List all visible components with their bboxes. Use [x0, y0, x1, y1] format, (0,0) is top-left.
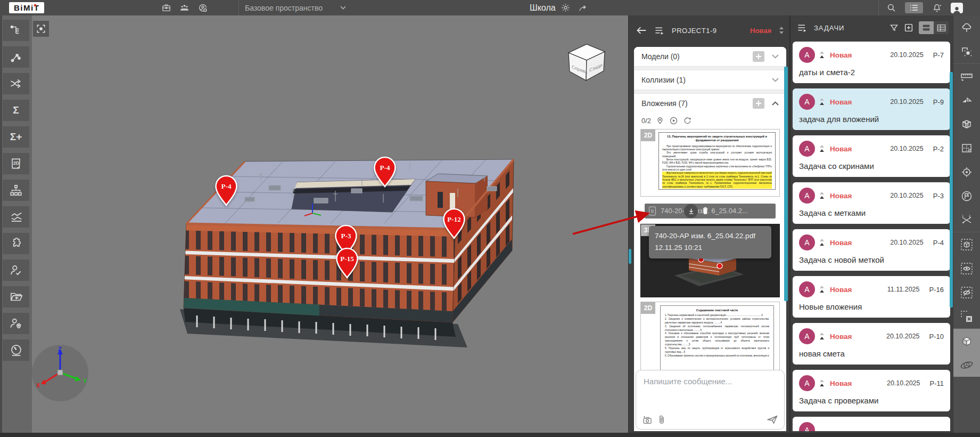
- select-elements-button[interactable]: [953, 39, 980, 63]
- charts-button[interactable]: [3, 206, 29, 228]
- attachment-preview-document[interactable]: 2D 13. Перечень мероприятий по защите ст…: [640, 129, 780, 197]
- back-arrow-icon[interactable]: [636, 26, 647, 35]
- plugins-button[interactable]: [3, 233, 29, 254]
- priority-icon: [819, 145, 825, 153]
- task-card[interactable]: A Новая 20.10.2025 P-3 Задача с метками: [793, 182, 950, 224]
- message-input[interactable]: [636, 370, 784, 410]
- task-card[interactable]: A Новая 11.11.2025 P-16 Новые вложения: [793, 276, 950, 318]
- add-model-button[interactable]: [753, 51, 764, 62]
- detail-scrollbar[interactable]: [784, 67, 788, 301]
- task-title: даты и смета-2: [799, 68, 944, 77]
- task-card-partial[interactable]: A: [793, 417, 950, 431]
- section-box-button[interactable]: [953, 112, 980, 136]
- gauge-button[interactable]: [3, 339, 29, 361]
- cards-view-button[interactable]: [919, 21, 934, 34]
- hierarchy-button[interactable]: [3, 180, 29, 201]
- pin-marker-icon[interactable]: [656, 116, 664, 125]
- task-card[interactable]: A Новая 20.10.2025 P-7 даты и смета-2: [793, 42, 950, 83]
- projects-briefcase-icon[interactable]: [161, 3, 171, 13]
- navigation-cube[interactable]: Справа Сзади: [560, 40, 611, 86]
- task-card[interactable]: A Новая 20.10.2025 P-4 Задача с новой ме…: [793, 229, 950, 271]
- orbit-mode-button[interactable]: [953, 353, 980, 377]
- avatar: A: [799, 234, 815, 250]
- section-collisions[interactable]: Коллизии (1): [634, 70, 786, 90]
- add-task-button[interactable]: [904, 23, 913, 33]
- support-user-icon[interactable]: [197, 3, 208, 13]
- user-location-button[interactable]: [3, 313, 29, 334]
- chevron-up-icon[interactable]: [772, 101, 779, 106]
- toc-item: 3. Сведения об источниках теплоснабжения…: [665, 325, 769, 333]
- toc-item: 1. Перечень нормативной и ссылочной доку…: [665, 314, 769, 318]
- add-attachment-button[interactable]: [753, 98, 764, 109]
- sum-add-button[interactable]: Σ+: [3, 126, 29, 148]
- attach-paperclip-icon[interactable]: [658, 415, 665, 424]
- viewpoint-pin[interactable]: P-4: [373, 156, 397, 188]
- model-tree-button[interactable]: [953, 15, 980, 39]
- task-card-selected[interactable]: A Новая 20.10.2025 P-9 задача для вложен…: [793, 88, 950, 130]
- status-badge: Новая: [830, 286, 852, 294]
- search-icon[interactable]: [886, 3, 896, 13]
- sum-button[interactable]: Σ: [3, 100, 29, 121]
- task-card[interactable]: A Новая 20.10.2025 P-10 новая смета: [793, 323, 950, 365]
- team-icon[interactable]: [179, 3, 190, 13]
- attachment-file-icon: [648, 206, 656, 216]
- task-card[interactable]: A Новая 20.10.2025 P-2 Задача со скринам…: [793, 135, 950, 177]
- user-avatar-icon[interactable]: [951, 3, 963, 13]
- shared-folder-button[interactable]: [3, 286, 29, 307]
- isolate-selection-button[interactable]: [953, 232, 980, 256]
- play-icon[interactable]: [669, 116, 678, 125]
- section-models[interactable]: Модели (0): [634, 47, 786, 67]
- filter-funnel-icon[interactable]: [890, 23, 899, 33]
- clear-selection-button[interactable]: [953, 304, 980, 328]
- tasks-list-icon[interactable]: [797, 23, 807, 32]
- floorplan-button[interactable]: [953, 136, 980, 160]
- hide-dimensions-button[interactable]: 12: [953, 208, 980, 232]
- sigma-icon: Σ: [13, 104, 19, 116]
- delete-button[interactable]: [701, 205, 710, 216]
- hide-selection-button[interactable]: [953, 280, 980, 304]
- merge-nodes-button[interactable]: [3, 46, 29, 68]
- status-badge: Новая: [830, 333, 852, 341]
- workspace-selector[interactable]: Базовое пространство: [245, 0, 346, 15]
- clip-plane-button[interactable]: [953, 88, 980, 112]
- viewpoint-pin[interactable]: P-12: [442, 208, 466, 240]
- share-icon[interactable]: [578, 3, 588, 13]
- detail-list-icon[interactable]: [654, 26, 664, 35]
- shuffle-connections-button[interactable]: [3, 73, 29, 94]
- drawings-2d-button[interactable]: 2D: [3, 153, 29, 174]
- viewpoint-pin[interactable]: P-4: [214, 175, 238, 207]
- status-badge: Новая: [830, 145, 852, 153]
- task-list-view-button[interactable]: [905, 2, 923, 13]
- axis-gizmo[interactable]: Z X Y: [32, 345, 88, 401]
- gear-icon[interactable]: [561, 3, 571, 13]
- sort-arrows-icon[interactable]: [779, 26, 784, 35]
- shaded-mode-button[interactable]: [953, 329, 980, 353]
- send-icon[interactable]: [767, 415, 778, 424]
- attachment-preview-toc[interactable]: 2D Содержание текстовой части 1. Перечен…: [640, 302, 780, 376]
- task-card[interactable]: A Новая 20.10.2025 P-11 Задача с проверк…: [793, 370, 950, 411]
- assignee-check-button[interactable]: [3, 260, 29, 281]
- structure-tree-button[interactable]: [3, 20, 29, 41]
- notifications-bell-icon[interactable]: [932, 3, 942, 13]
- task-title: Задача с новой меткой: [799, 255, 944, 264]
- table-view-button[interactable]: [934, 21, 949, 34]
- priority-icon: [819, 192, 825, 200]
- refresh-icon[interactable]: [683, 116, 692, 125]
- show-selection-button[interactable]: [953, 256, 980, 280]
- measure-button[interactable]: [953, 64, 980, 88]
- viewpoint-pin[interactable]: P-15: [335, 247, 359, 279]
- attachment-file-row[interactable]: 740-20-АР изм. 6_25.04.2...: [645, 204, 776, 218]
- section-attachments[interactable]: Вложения (7): [634, 94, 786, 113]
- fit-view-button[interactable]: [33, 21, 49, 37]
- detail-left-scroll-indicator[interactable]: [629, 249, 631, 264]
- screenshot-camera-icon[interactable]: [643, 415, 653, 424]
- download-button[interactable]: [684, 204, 698, 218]
- toc-title: Содержание текстовой части: [665, 309, 769, 312]
- app-logo[interactable]: BiMiT: [9, 2, 44, 13]
- flag-button[interactable]: [953, 184, 980, 208]
- topbar-right-icons: [886, 0, 963, 15]
- chevron-down-icon[interactable]: [772, 78, 779, 82]
- avatar: A: [799, 375, 815, 391]
- locate-target-button[interactable]: [953, 160, 980, 184]
- chevron-down-icon[interactable]: [772, 54, 779, 59]
